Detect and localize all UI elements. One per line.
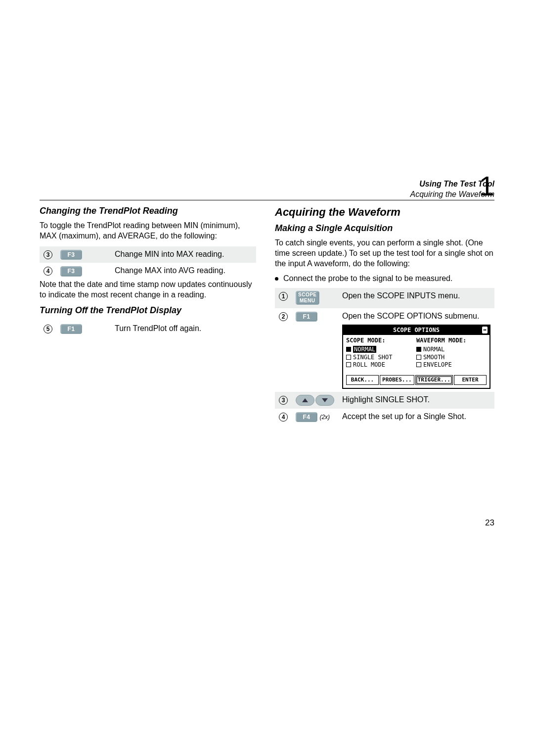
checkbox-icon: [346, 347, 351, 352]
checkbox-icon: [416, 347, 421, 352]
waveform-mode-column: WAVEFORM MODE: NORMAL SMOOTH ENVELOPE: [416, 337, 487, 369]
intro-text: To catch single events, you can perform …: [275, 238, 494, 269]
step-desc-text: Open the SCOPE OPTIONS submenu.: [342, 312, 479, 320]
step-num-icon: 5: [44, 325, 52, 333]
step-desc: Change MAX into AVG reading.: [111, 263, 256, 279]
scopebox-title: SCOPE OPTIONS ↔: [343, 326, 490, 335]
checkbox-icon: [346, 355, 351, 360]
f3-key-icon: F3: [60, 266, 82, 276]
step-desc: Turn TrendPlot off again.: [111, 321, 256, 337]
table-row: 3 F3 Change MIN into MAX reading.: [40, 246, 256, 263]
page-number: 23: [485, 518, 494, 528]
bullet-item: Connect the probe to the signal to be me…: [275, 274, 494, 284]
step-desc: Highlight SINGLE SHOT.: [338, 392, 494, 409]
heading-acquiring: Acquiring the Waveform: [275, 205, 494, 220]
f3-key-icon: F3: [60, 250, 82, 260]
option: ROLL MODE: [346, 361, 416, 369]
option-label: ENVELOPE: [423, 361, 452, 368]
option: SINGLE SHOT: [346, 354, 416, 362]
f1-key-icon: F1: [60, 324, 82, 334]
table-row: 1 SCOPEMENU Open the SCOPE INPUTS menu.: [275, 288, 494, 308]
probes-tab: PROBES...: [380, 375, 414, 385]
checkbox-icon: [416, 355, 421, 360]
scopebox-tabs: BACK... PROBES... TRIGGER... ENTER: [343, 373, 490, 388]
turnoff-steps-table: 5 F1 Turn TrendPlot off again.: [40, 321, 256, 337]
col-header: WAVEFORM MODE:: [416, 337, 487, 345]
option: NORMAL: [346, 346, 416, 354]
table-row: 5 F1 Turn TrendPlot off again.: [40, 321, 256, 337]
f4-key-icon: F4: [296, 412, 317, 422]
step-num-icon: 3: [279, 396, 288, 405]
note-text: Note that the date and time stamp now up…: [40, 280, 256, 300]
table-row: 2 F1 Open the SCOPE OPTIONS submenu. SCO…: [275, 308, 494, 392]
scopebox-title-text: SCOPE OPTIONS: [393, 327, 440, 333]
arrow-up-icon: [296, 395, 314, 406]
scope-menu-key-icon: SCOPEMENU: [296, 291, 319, 305]
f1-key-icon: F1: [296, 312, 317, 322]
checkbox-icon: [416, 362, 421, 367]
option-label: SMOOTH: [423, 354, 445, 361]
step-num-icon: 4: [279, 413, 288, 422]
bullet-dot-icon: [275, 277, 278, 281]
option: ENVELOPE: [416, 361, 487, 369]
heading-single-acq: Making a Single Acquisition: [275, 223, 494, 234]
repeat-note: (2x): [319, 414, 330, 421]
scope-options-box: SCOPE OPTIONS ↔ SCOPE MODE: NORMAL SINGL…: [342, 325, 490, 389]
enter-tab: ENTER: [454, 375, 487, 385]
right-column: Acquiring the Waveform Making a Single A…: [275, 205, 494, 425]
table-row: 3 Highlight SINGLE SHOT.: [275, 392, 494, 409]
col-header: SCOPE MODE:: [346, 337, 416, 345]
swap-icon: ↔: [482, 327, 488, 333]
heading-turning-off: Turning Off the TrendPlot Display: [40, 305, 256, 316]
option: NORMAL: [416, 346, 487, 354]
chapter-number: 1: [479, 168, 494, 204]
heading-changing-trendplot: Changing the TrendPlot Reading: [40, 205, 256, 217]
option-label: NORMAL: [423, 346, 445, 353]
acquire-steps-table: 1 SCOPEMENU Open the SCOPE INPUTS menu. …: [275, 288, 494, 425]
step-desc: Change MIN into MAX reading.: [111, 246, 256, 263]
option: SMOOTH: [416, 354, 487, 362]
svg-marker-0: [302, 398, 308, 402]
left-column: Changing the TrendPlot Reading To toggle…: [40, 205, 256, 425]
arrow-down-icon: [315, 395, 334, 406]
step-num-icon: 3: [44, 250, 52, 259]
step-desc: Open the SCOPE INPUTS menu.: [338, 288, 494, 308]
back-tab: BACK...: [346, 375, 379, 385]
step-num-icon: 2: [279, 312, 288, 321]
option-label: SINGLE SHOT: [353, 354, 392, 361]
step-num-icon: 4: [44, 267, 52, 276]
trendplot-steps-table: 3 F3 Change MIN into MAX reading. 4 F3 C…: [40, 246, 256, 280]
intro-text: To toggle the TrendPlot reading between …: [40, 221, 256, 241]
scope-mode-column: SCOPE MODE: NORMAL SINGLE SHOT ROLL MODE: [346, 337, 416, 369]
option-label: ROLL MODE: [353, 361, 385, 368]
table-row: 4 F4 (2x) Accept the set up for a Single…: [275, 409, 494, 425]
step-desc: Open the SCOPE OPTIONS submenu. SCOPE OP…: [338, 308, 494, 392]
trigger-tab: TRIGGER...: [415, 375, 453, 385]
checkbox-icon: [346, 362, 351, 367]
bullet-text: Connect the probe to the signal to be me…: [283, 274, 452, 284]
option-label: NORMAL: [353, 346, 376, 353]
svg-marker-1: [322, 398, 328, 402]
header-rule: [40, 200, 494, 200]
step-desc: Accept the set up for a Single Shot.: [338, 409, 494, 425]
step-num-icon: 1: [279, 292, 288, 301]
arrow-buttons-icon: [296, 395, 334, 406]
table-row: 4 F3 Change MAX into AVG reading.: [40, 263, 256, 279]
